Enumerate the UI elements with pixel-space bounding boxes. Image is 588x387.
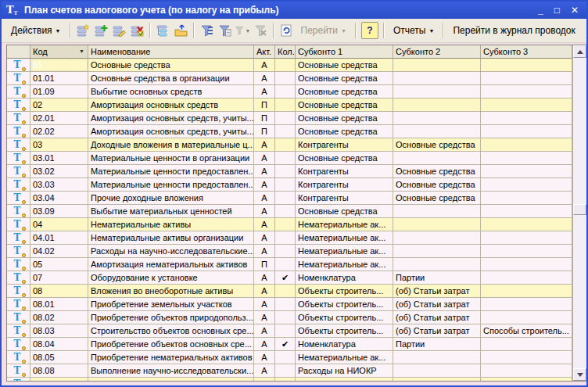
subconto2-cell[interactable]: (об) Статьи затрат (393, 285, 481, 298)
subconto3-cell[interactable] (481, 351, 572, 364)
help-button[interactable]: ? (361, 22, 378, 39)
subconto2-cell[interactable]: (об) Статьи затрат (393, 324, 481, 338)
table-row[interactable]: Т03Доходные вложения в материальные ц...… (7, 138, 586, 152)
active-cell[interactable]: А (254, 364, 275, 378)
filter-sort-button[interactable] (198, 22, 216, 39)
marker-column-header[interactable] (7, 45, 30, 59)
quantity-cell[interactable] (275, 351, 296, 364)
name-cell[interactable]: Амортизация основных средств, учиты... (88, 125, 254, 138)
table-row[interactable]: Т04.01Нематериальные активы организацииА… (7, 231, 586, 245)
subconto3-cell[interactable] (481, 59, 572, 72)
row-marker-cell[interactable]: Т (7, 324, 30, 338)
table-row[interactable]: Т04Нематериальные активыАНематериальные … (7, 218, 586, 231)
subconto3-column-header[interactable]: Субконто 3 (481, 45, 572, 59)
quantity-cell[interactable] (275, 72, 296, 85)
code-cell[interactable]: 04.01 (30, 231, 88, 245)
row-marker-cell[interactable]: Т (7, 218, 30, 231)
subconto3-cell[interactable] (481, 298, 572, 311)
active-cell[interactable]: А (254, 138, 275, 152)
subconto2-cell[interactable]: Партии (393, 271, 481, 285)
subconto3-cell[interactable] (481, 205, 572, 218)
quantity-cell[interactable] (275, 125, 296, 138)
code-cell[interactable]: 03.09 (30, 205, 88, 218)
subconto2-cell[interactable]: Основные средства (393, 192, 481, 205)
name-cell[interactable]: Строительство объектов основных сре... (88, 324, 254, 338)
subconto1-cell[interactable]: Основные средства (296, 112, 393, 125)
quantity-cell[interactable]: ✔ (275, 271, 296, 285)
name-cell[interactable]: Материальные ценности в организации (88, 152, 254, 165)
name-cell[interactable]: Амортизация нематериальных активов (88, 258, 254, 271)
name-cell[interactable]: Приобретение нематериальных активов (88, 351, 254, 364)
active-cell[interactable]: А (254, 324, 275, 338)
vertical-scrollbar[interactable] (572, 45, 586, 381)
table-row[interactable]: Т02.01Амортизация основных средств, учит… (7, 112, 586, 125)
quantity-cell[interactable] (275, 152, 296, 165)
subconto2-cell[interactable] (393, 364, 481, 378)
active-cell[interactable]: А (254, 72, 275, 85)
active-cell[interactable]: П (254, 125, 275, 138)
quantity-cell[interactable] (275, 218, 296, 231)
code-cell[interactable]: 10 (30, 378, 88, 381)
subconto3-cell[interactable] (481, 245, 572, 258)
subconto3-cell[interactable] (481, 258, 572, 271)
active-cell[interactable]: П (254, 99, 275, 112)
quantity-cell[interactable] (275, 165, 296, 178)
row-marker-cell[interactable]: Т (7, 351, 30, 364)
subconto2-cell[interactable] (393, 72, 481, 85)
subconto3-cell[interactable] (481, 364, 572, 378)
name-cell[interactable]: Основные средства (88, 59, 254, 72)
subconto1-column-header[interactable]: Субконто 1 (296, 45, 393, 59)
code-cell[interactable]: 02.02 (30, 125, 88, 138)
quantity-cell[interactable] (275, 298, 296, 311)
code-cell[interactable]: 08.03 (30, 324, 88, 338)
active-cell[interactable]: А (254, 231, 275, 245)
table-row[interactable]: Т03.02Материальные ценности предоставлен… (7, 165, 586, 178)
active-cell[interactable]: А (254, 152, 275, 165)
minimize-button[interactable]: _ (538, 5, 543, 16)
table-row[interactable]: Т02Амортизация основных средствПОсновные… (7, 99, 586, 112)
name-cell[interactable]: Выбытие основных средств (88, 85, 254, 99)
row-marker-cell[interactable]: Т (7, 59, 30, 72)
code-cell[interactable]: 08.04 (30, 338, 88, 351)
table-row[interactable]: Т05Амортизация нематериальных активовПНе… (7, 258, 586, 271)
code-cell[interactable]: 01 (30, 59, 88, 72)
table-row[interactable]: Т03.01Материальные ценности в организаци… (7, 152, 586, 165)
subconto3-cell[interactable] (481, 99, 572, 112)
subconto3-cell[interactable] (481, 311, 572, 324)
filter-by-value-button[interactable]: ▼ (234, 22, 252, 39)
code-cell[interactable]: 07 (30, 271, 88, 285)
subconto3-cell[interactable] (481, 338, 572, 351)
subconto1-cell[interactable]: Номенклатура (296, 271, 393, 285)
table-row[interactable]: Т07Оборудование к установкеА✔Номенклатур… (7, 271, 586, 285)
table-row[interactable]: Т03.09Выбытие материальных ценностейАОсн… (7, 205, 586, 218)
active-cell[interactable]: А (254, 311, 275, 324)
code-cell[interactable]: 02 (30, 99, 88, 112)
subconto1-cell[interactable]: Нематериальные ак... (296, 231, 393, 245)
active-cell[interactable]: А (254, 338, 275, 351)
table-row[interactable]: Т08Вложения во внеоборотные активыАОбъек… (7, 285, 586, 298)
scroll-up-button[interactable] (573, 45, 586, 58)
name-cell[interactable]: Вложения во внеоборотные активы (88, 285, 254, 298)
subconto1-cell[interactable]: Основные средства (296, 72, 393, 85)
code-cell[interactable]: 03.01 (30, 152, 88, 165)
row-marker-cell[interactable]: Т (7, 72, 30, 85)
table-row[interactable]: Т03.04Прочие доходные вложенияАКонтраген… (7, 192, 586, 205)
table-row[interactable]: Т02.02Амортизация основных средств, учит… (7, 125, 586, 138)
subconto1-cell[interactable]: Нематериальные ак... (296, 258, 393, 271)
quantity-cell[interactable] (275, 99, 296, 112)
subconto1-cell[interactable]: Основные средства (296, 152, 393, 165)
subconto1-cell[interactable]: Объекты строитель... (296, 311, 393, 324)
scrollbar-thumb[interactable] (573, 204, 586, 215)
table-row[interactable]: Т08.03Строительство объектов основных ср… (7, 324, 586, 338)
name-cell[interactable]: Основные средства в организации (88, 72, 254, 85)
subconto3-cell[interactable] (481, 72, 572, 85)
subconto3-cell[interactable] (481, 285, 572, 298)
code-cell[interactable]: 03.04 (30, 192, 88, 205)
name-cell[interactable]: Выполнение научно-исследовательски... (88, 364, 254, 378)
quantity-column-header[interactable]: Кол. (275, 45, 296, 59)
subconto2-cell[interactable]: (об) Статьи затрат (393, 311, 481, 324)
subconto3-cell[interactable] (481, 112, 572, 125)
active-cell[interactable]: А (254, 205, 275, 218)
subconto1-cell[interactable]: Основные средства (296, 59, 393, 72)
subconto2-column-header[interactable]: Субконто 2 (393, 45, 481, 59)
